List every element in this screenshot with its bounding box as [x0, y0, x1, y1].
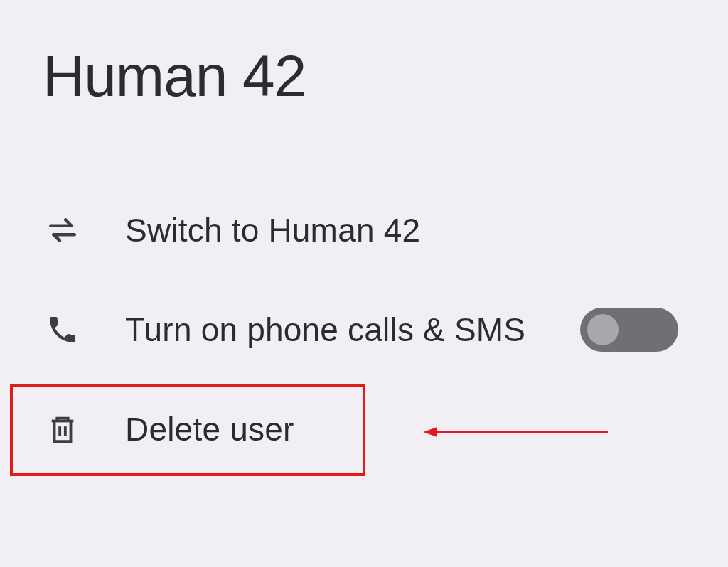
phone-sms-toggle[interactable]: [580, 308, 678, 352]
switch-user-row[interactable]: Switch to Human 42: [43, 180, 685, 280]
swap-icon: [43, 210, 82, 250]
toggle-knob: [587, 314, 619, 345]
trash-icon: [43, 409, 82, 449]
page-title: Human 42: [43, 43, 685, 109]
delete-user-row[interactable]: Delete user: [43, 379, 685, 479]
phone-sms-row[interactable]: Turn on phone calls & SMS: [43, 280, 685, 379]
phone-sms-label: Turn on phone calls & SMS: [125, 310, 580, 349]
phone-icon: [43, 310, 82, 350]
delete-user-label: Delete user: [125, 410, 685, 448]
switch-user-label: Switch to Human 42: [125, 211, 685, 249]
